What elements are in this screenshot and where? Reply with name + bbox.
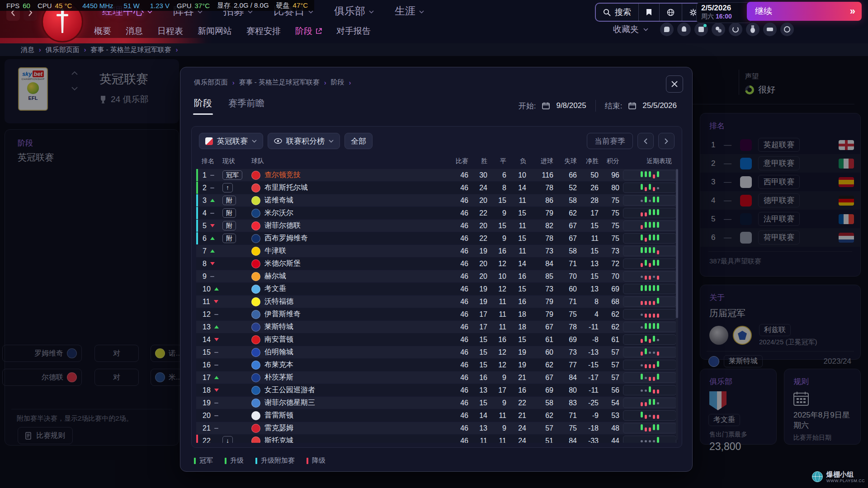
breadcrumb-item[interactable]: 阶段	[331, 78, 344, 87]
table-row[interactable]: 19 谢菲尔德星期三 46 15 9 22 58 83	[196, 397, 678, 409]
table-row[interactable]: 13 莱斯特城 46 17 11 18 67 78	[196, 321, 678, 333]
world-button[interactable]	[660, 4, 682, 21]
table-row[interactable]: 16 布莱克本 46 15 12 19 62 77	[196, 359, 678, 371]
table-row[interactable]: 14 南安普顿 46 15 16 15 61 69	[196, 333, 678, 346]
table-panel: 英冠联赛 联赛积分榜 全部 当前赛季	[191, 126, 682, 448]
drawn: 6	[487, 171, 506, 179]
bookmark-button[interactable]	[639, 4, 660, 21]
team-name[interactable]: 查尔顿竞技	[264, 170, 301, 180]
modal-tabs: 阶段 赛季前瞻	[194, 97, 264, 115]
competition-dropdown[interactable]: 英冠联赛	[199, 133, 263, 149]
subnav-item[interactable]: 新闻网站	[198, 25, 232, 37]
team-name[interactable]: 伯明翰城	[264, 347, 293, 357]
table-row[interactable]: 6 附 西布罗姆维奇 46 22 9 15 78 67	[196, 232, 678, 244]
won: 19	[468, 285, 487, 293]
team-name[interactable]: 西布罗姆维奇	[264, 234, 308, 243]
breadcrumb-item[interactable]: 赛事 - 英格兰足球冠军联赛	[239, 78, 320, 87]
table-row[interactable]: 18 女王公园巡游者 46 13 17 16 69 80	[196, 384, 678, 396]
subnav-item[interactable]: 赛程安排	[246, 25, 281, 37]
table-row[interactable]: 12 伊普斯维奇 46 17 11 18 79 75	[196, 308, 678, 320]
subnav-item[interactable]: 概要	[94, 25, 111, 37]
breadcrumb-item[interactable]: 消息	[21, 46, 34, 54]
breadcrumb-item[interactable]: 俱乐部页面	[194, 78, 228, 87]
team-name[interactable]: 诺维奇城	[264, 196, 293, 205]
team-name[interactable]: 普雷斯顿	[264, 411, 293, 420]
scrollbar-thumb[interactable]	[676, 169, 678, 318]
table-row[interactable]: 20 普雷斯顿 46 14 11 21 62 71	[196, 409, 678, 422]
team-name[interactable]: 布里斯托尔城	[264, 183, 308, 192]
subnav-item[interactable]: 消息	[126, 25, 143, 37]
team-name[interactable]: 米尔沃尔	[264, 208, 293, 218]
table-row[interactable]: 7 牛津联 46 19 16 11 73 58	[196, 245, 678, 257]
team-name[interactable]: 朴茨茅斯	[264, 373, 293, 382]
table-row[interactable]: 15 伯明翰城 46 15 12 19 60 73	[196, 346, 678, 358]
team-name[interactable]: 米德尔斯堡	[264, 259, 301, 268]
table-row[interactable]: 11 沃特福德 46 19 11 16 79 71	[196, 296, 678, 308]
rank-value: 19	[203, 399, 211, 407]
table-row[interactable]: 4 附 米尔沃尔 46 22 9 15 79 62	[196, 207, 678, 219]
subnav-item[interactable]: 日程表	[157, 25, 183, 37]
played: 46	[443, 298, 468, 306]
team-name[interactable]: 赫尔城	[264, 272, 286, 281]
tab[interactable]: 赛季前瞻	[228, 97, 264, 115]
game-date[interactable]: 2/5/2026 周六 16:00	[696, 2, 751, 23]
team-name[interactable]: 伊普斯维奇	[264, 310, 301, 319]
table-row[interactable]: 17 朴茨茅斯 46 16 9 21 67 84	[196, 371, 678, 384]
table-row[interactable]: 1 冠军 查尔顿竞技 46 30 6 10 116 66	[196, 169, 678, 181]
status-badge: 附	[222, 234, 236, 243]
subnav-item[interactable]: 阶段	[295, 25, 322, 37]
nav-item[interactable]: 生涯	[395, 4, 424, 18]
favorites-dropdown[interactable]: 收藏夹	[613, 23, 648, 35]
lost: 18	[506, 323, 526, 331]
view-dropdown[interactable]: 联赛积分榜	[268, 133, 340, 149]
team-name[interactable]: 斯托克城	[264, 436, 293, 443]
points: 70	[599, 272, 619, 281]
table-row[interactable]: 2 ↑ 布里斯托尔城 46 24 8 14 78 52	[196, 182, 678, 194]
rank-value: 21	[203, 424, 211, 432]
played: 46	[443, 361, 468, 369]
team-name[interactable]: 考文垂	[264, 284, 286, 294]
lost: 14	[506, 184, 526, 192]
close-button[interactable]	[666, 75, 683, 93]
legend-item: 升级	[225, 456, 244, 465]
lost: 21	[506, 374, 526, 382]
prev-season-button[interactable]	[637, 133, 654, 149]
table-row[interactable]: 10 考文垂 46 19 12 15 73 60	[196, 283, 678, 295]
zone-legend: 冠军 升级 升级附加赛 降级	[194, 456, 326, 465]
team-name[interactable]: 雷克瑟姆	[264, 423, 293, 433]
subnav-item-label: 阶段	[295, 25, 312, 37]
chevron-down-icon	[369, 10, 374, 14]
table-row[interactable]: 5 附 谢菲尔德联 46 20 15 11 82 67	[196, 220, 678, 232]
current-season-button[interactable]: 当前赛季	[587, 133, 633, 149]
goals-for: 62	[526, 412, 553, 420]
scrollbar[interactable]	[676, 169, 678, 440]
scope-button[interactable]: 全部	[344, 133, 373, 149]
rank-value: 18	[203, 386, 211, 394]
table-row[interactable]: 3 附 诺维奇城 46 20 15 11 86 58	[196, 194, 678, 206]
won: 15	[468, 336, 487, 344]
team-name[interactable]: 谢菲尔德星期三	[264, 398, 315, 408]
table-row[interactable]: 9 赫尔城 46 20 10 16 85 70	[196, 270, 678, 282]
continue-button[interactable]: 继续 »	[747, 2, 862, 21]
team-name[interactable]: 南安普顿	[264, 335, 293, 344]
next-season-button[interactable]	[658, 133, 675, 149]
team-name[interactable]: 布莱克本	[264, 360, 293, 370]
table-row[interactable]: 8 米德尔斯堡 46 20 12 14 84 71	[196, 258, 678, 270]
table-row[interactable]: 22 ↓ 斯托克城 46 11 11 24 51 84	[196, 435, 678, 443]
table-row[interactable]: 21 雷克瑟姆 46 13 9 24 57 75	[196, 422, 678, 434]
breadcrumb-item[interactable]: 俱乐部页面	[46, 46, 80, 54]
team-name[interactable]: 牛津联	[264, 246, 286, 256]
tab[interactable]: 阶段	[194, 97, 212, 115]
team-name[interactable]: 莱斯特城	[264, 322, 293, 332]
subnav-item[interactable]: 对手报告	[336, 25, 371, 37]
team-name[interactable]: 谢菲尔德联	[264, 221, 301, 230]
status-badge: ↓	[222, 436, 233, 443]
team-name[interactable]: 女王公园巡游者	[264, 385, 315, 395]
search-button[interactable]: 搜索	[596, 4, 639, 21]
table-header: 排名 现状 球队 比赛 胜 平 负 进球 失球 净胜 积分 近期表现	[196, 155, 678, 167]
breadcrumb-item[interactable]: 赛事 - 英格兰足球冠军联赛	[90, 46, 171, 54]
nav-item[interactable]: 俱乐部	[334, 4, 374, 18]
double-chevron-icon: »	[850, 5, 854, 17]
col-goals-for: 进球	[526, 157, 553, 165]
team-name[interactable]: 沃特福德	[264, 297, 293, 306]
